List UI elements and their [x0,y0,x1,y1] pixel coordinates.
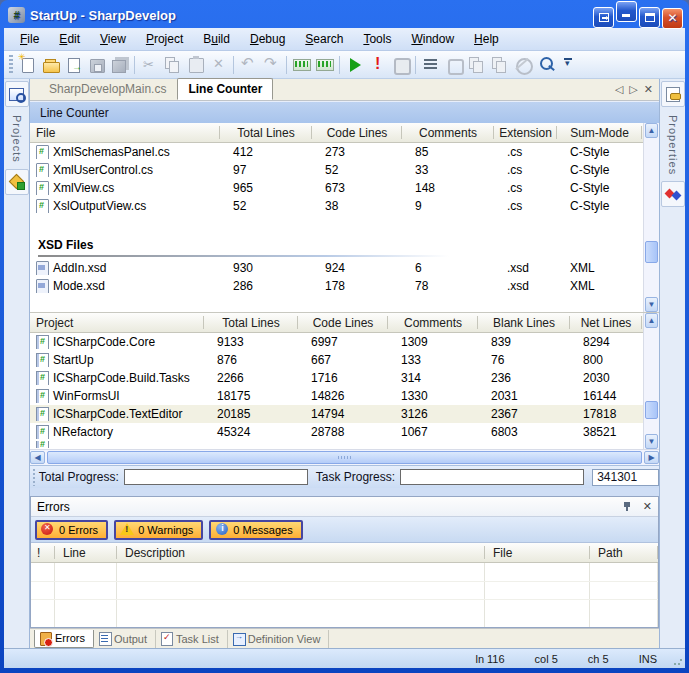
menu-item-debug[interactable]: Debug [240,29,295,49]
bookmark-list-button[interactable] [419,54,442,76]
column-header-comments[interactable]: Comments [388,313,478,332]
column-header-total-lines[interactable]: Total Lines [220,123,312,142]
tab-errors[interactable]: Errors [34,630,94,648]
tab-output[interactable]: Output [94,630,156,648]
save-as-button[interactable] [62,54,85,76]
scroll-up-button[interactable]: ▲ [645,123,658,138]
pin-icon[interactable] [622,501,633,512]
scroll-thumb[interactable] [645,401,658,419]
properties-strip-label[interactable]: Properties [667,115,679,175]
column-header-total-lines[interactable]: Total Lines [204,313,298,332]
table-row[interactable]: AddIn.xsd9309246.xsdXML [30,259,643,277]
warnings-filter-button[interactable]: 0 Warnings [114,520,203,540]
scroll-thumb[interactable] [47,451,642,464]
undo-button[interactable] [237,54,260,76]
save-button[interactable] [85,54,108,76]
table-row[interactable]: ICSharpCode.TextEditor201851479431262367… [30,405,643,423]
save-all-button[interactable] [108,54,131,76]
files-table-scrollbar[interactable]: ▲ ▼ [643,123,659,312]
table-row[interactable]: XmlView.cs965673148.csC-Style [30,179,643,197]
paste-button[interactable] [184,54,207,76]
tab-task-list[interactable]: Task List [156,630,228,648]
table-row[interactable]: ICSharpCode.Core9133699713098398294 [30,333,643,351]
table-row[interactable]: XslOutputView.cs52389.csC-Style [30,197,643,215]
column-header-file[interactable]: File [30,123,220,142]
close-tab-button[interactable]: ✕ [644,83,653,96]
prev-bookmark-button[interactable] [465,54,488,76]
prev-tab-button[interactable]: ◁ [615,83,623,96]
column-header-comments[interactable]: Comments [402,123,494,142]
menu-item-edit[interactable]: Edit [49,29,90,49]
menu-item-window[interactable]: Window [401,29,464,49]
abort-button[interactable] [366,54,389,76]
stop-button[interactable] [389,54,412,76]
menu-item-project[interactable]: Project [136,29,193,49]
scroll-thumb[interactable] [645,241,658,263]
properties-tool-button[interactable] [661,81,685,107]
rebuild-button[interactable] [313,54,336,76]
projects-strip-label[interactable]: Projects [11,115,23,163]
projects-table-scrollbar[interactable]: ▲ ▼ [643,313,659,449]
errors-filter-button[interactable]: 0 Errors [35,520,108,540]
scroll-down-button[interactable]: ▼ [645,434,658,449]
messages-filter-button[interactable]: 0 Messages [209,520,302,540]
next-bookmark-button[interactable] [488,54,511,76]
table-row[interactable]: WinFormsUI18175148261330203116144 [30,387,643,405]
tab-line-counter[interactable]: Line Counter [177,78,273,100]
column-header-sum-mode[interactable]: Sum-Mode [557,123,642,142]
table-row[interactable]: NRefactory45324287881067680338521 [30,423,643,441]
table-row[interactable]: StartUp87666713376800 [30,351,643,369]
clear-bookmarks-button[interactable] [511,54,534,76]
toggle-bookmark-button[interactable] [442,54,465,76]
resize-grip[interactable] [673,656,683,666]
menu-item-help[interactable]: Help [464,29,509,49]
menu-item-build[interactable]: Build [193,29,240,49]
column-header-net-lines[interactable]: Net Lines [570,313,642,332]
redo-button[interactable] [260,54,283,76]
table-row[interactable]: Mode.xsd28617878.xsdXML [30,277,643,295]
menu-item-view[interactable]: View [90,29,136,49]
errors-column-line[interactable]: Line [55,543,117,562]
minimize-button[interactable] [616,1,637,22]
menu-item-search[interactable]: Search [295,29,353,49]
title-bar[interactable]: # StartUp - SharpDevelop ✕ [4,0,685,28]
column-header-code-lines[interactable]: Code Lines [298,313,388,332]
menu-item-file[interactable]: File [10,29,49,49]
popout-button[interactable] [593,7,614,28]
table-row[interactable]: XmlUserControl.cs975233.csC-Style [30,161,643,179]
open-file-button[interactable] [39,54,62,76]
scroll-down-button[interactable]: ▼ [645,297,658,312]
errors-column-description[interactable]: Description [117,543,485,562]
run-button[interactable] [343,54,366,76]
errors-column-path[interactable]: Path [590,543,658,562]
tab-sharpdevelopmain-cs[interactable]: SharpDevelopMain.cs [38,78,177,100]
table-row[interactable]: XmlSchemasPanel.cs41227385.csC-Style [30,143,643,161]
scroll-right-button[interactable]: ▶ [644,451,659,464]
column-header-extension[interactable]: Extension [494,123,557,142]
toolbox-tool-button[interactable] [661,181,685,207]
column-header-blank-lines[interactable]: Blank Lines [478,313,570,332]
table-row[interactable]: ICSharpCode.Build.Tasks22661716314236203… [30,369,643,387]
errors-column-file[interactable]: File [485,543,590,562]
search-button[interactable] [534,54,557,76]
menu-item-tools[interactable]: Tools [353,29,401,49]
scroll-up-button[interactable]: ▲ [645,313,658,328]
overflow-button[interactable] [557,54,580,76]
close-button[interactable]: ✕ [662,8,683,29]
errors-column-severity[interactable]: ! [31,543,55,562]
horizontal-scrollbar[interactable]: ◀ ▶ [30,449,659,465]
next-tab-button[interactable]: ▷ [629,83,637,96]
table-row[interactable] [30,441,643,448]
column-header-project[interactable]: Project [30,313,204,332]
column-header-code-lines[interactable]: Code Lines [312,123,402,142]
scroll-left-button[interactable]: ◀ [30,451,45,464]
build-button[interactable] [290,54,313,76]
maximize-button[interactable] [639,7,660,28]
close-panel-button[interactable]: ✕ [643,500,652,513]
copy-button[interactable] [161,54,184,76]
cut-button[interactable] [138,54,161,76]
new-file-button[interactable] [16,54,39,76]
classes-tool-button[interactable] [5,169,29,195]
tab-definition-view[interactable]: Definition View [228,630,330,648]
projects-tool-button[interactable] [5,81,29,107]
